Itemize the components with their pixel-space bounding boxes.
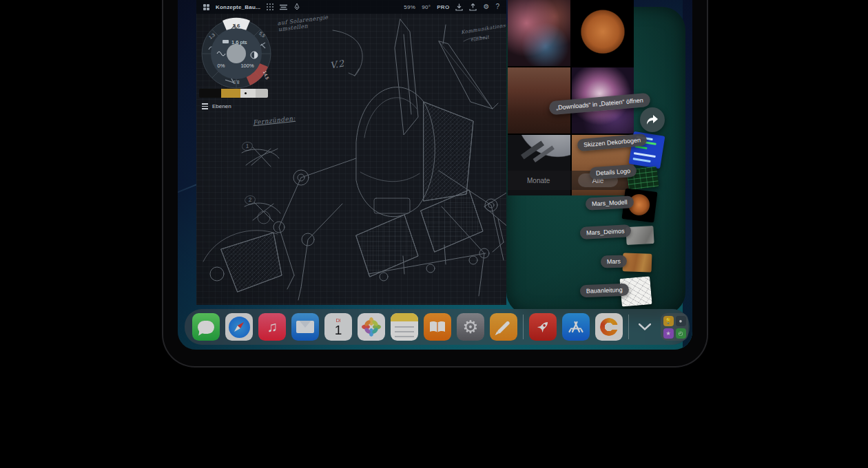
canvas-angle[interactable]: 90°: [422, 4, 431, 10]
dock-icon-calendar[interactable]: Di 1: [324, 313, 352, 341]
ipad-screen: Konzepte_Bau... 59% 90° PRO: [178, 0, 692, 350]
wheel-opacity-min: 0%: [218, 63, 225, 69]
ipad-device: Konzepte_Bau... 59% 90° PRO: [163, 0, 707, 366]
photo-mars-planet[interactable]: [572, 0, 634, 66]
brush-tool-wheel[interactable]: 1,6 1,3 5,5 14,5 8,9: [198, 14, 275, 91]
dock-icon-music[interactable]: ♫: [258, 313, 286, 341]
library-mini-icon-camera: ●: [676, 316, 686, 326]
dock-icon-settings[interactable]: ⚙: [457, 313, 484, 341]
library-mini-icon-purple-star: ★: [663, 328, 674, 339]
calendar-day: 1: [335, 323, 342, 337]
safari-compass-icon: [229, 317, 250, 338]
file-label[interactable]: Mars: [601, 255, 628, 268]
dock-chevron-down-button[interactable]: [634, 313, 655, 341]
rocket-icon: [535, 319, 550, 334]
dock-divider: [523, 315, 524, 339]
pages-pen-icon: [497, 320, 510, 333]
concepts-app-window: Konzepte_Bau... 59% 90° PRO: [196, 0, 506, 305]
share-arrow-icon: [646, 114, 659, 125]
calendar-weekday: Di: [336, 318, 341, 323]
dock-icon-pages[interactable]: [490, 313, 517, 341]
wheel-size-label: 1,6 pts: [231, 39, 247, 45]
file-label[interactable]: Mars_Modell: [586, 195, 634, 211]
photos-tab-months[interactable]: Monate: [527, 177, 550, 184]
chevron-down-icon: [639, 323, 651, 330]
swatch-gold[interactable]: [221, 89, 240, 98]
messages-bubble-icon: [198, 321, 214, 334]
dock-icon-messages[interactable]: [192, 313, 220, 341]
zoom-level[interactable]: 59%: [404, 4, 415, 10]
library-mini-icon-green: ◴: [676, 328, 686, 339]
pro-badge[interactable]: PRO: [437, 4, 449, 10]
lines-tool-icon[interactable]: [280, 4, 287, 10]
dock: ♫ Di 1: [185, 309, 690, 345]
color-swatch-bar[interactable]: [199, 89, 268, 98]
concepts-toolbar: Konzepte_Bau... 59% 90° PRO: [196, 0, 506, 14]
music-note-icon: ♫: [267, 319, 278, 335]
swatch-light-gray-selected[interactable]: [240, 89, 256, 98]
dock-icon-books[interactable]: [424, 313, 451, 341]
dock-icon-notes[interactable]: [391, 313, 418, 341]
wheel-opacity-max: 100%: [240, 63, 254, 69]
dock-icon-concepts[interactable]: [595, 313, 623, 341]
dock-icon-rocket[interactable]: [529, 313, 557, 341]
swatch-black[interactable]: [199, 89, 221, 98]
file-label[interactable]: Mars_Deimos: [580, 224, 631, 240]
document-title[interactable]: Konzepte_Bau...: [216, 4, 260, 10]
dock-icon-app-store[interactable]: [562, 313, 590, 341]
export-share-icon[interactable]: [469, 3, 477, 11]
layers-menu-icon: [202, 103, 208, 109]
books-open-book-icon: [429, 321, 446, 333]
import-icon[interactable]: [455, 3, 463, 11]
settings-gear-glyph: ⚙: [462, 317, 478, 338]
dock-app-library-tile[interactable]: 💡 ● ★ ◴: [661, 313, 688, 341]
dock-divider: [628, 315, 629, 339]
dock-icon-photos[interactable]: [358, 313, 385, 341]
library-mini-icon-yellow: 💡: [663, 316, 674, 326]
mail-envelope-icon: [296, 321, 314, 333]
swatch-gray[interactable]: [256, 89, 268, 98]
concepts-c-swirl-icon: [600, 318, 618, 336]
dock-icon-mail[interactable]: [291, 313, 319, 341]
help-icon[interactable]: ?: [495, 3, 499, 10]
file-thumb-mars[interactable]: [623, 253, 652, 272]
grid-settings-icon[interactable]: [267, 3, 273, 10]
app-menu-icon[interactable]: [203, 4, 209, 10]
layers-button[interactable]: Ebenen: [202, 103, 231, 109]
photo-nebula[interactable]: [508, 0, 570, 66]
pen-nib-icon[interactable]: [293, 3, 300, 10]
settings-gear-icon[interactable]: ⚙: [483, 3, 489, 10]
dock-icon-safari[interactable]: [225, 313, 253, 341]
file-label[interactable]: Bauanleitung: [580, 284, 629, 297]
app-store-a-icon: [568, 319, 584, 334]
photos-flower-icon: [361, 317, 382, 337]
share-forward-button[interactable]: [640, 107, 665, 132]
wheel-seg-89: 8,9: [233, 80, 239, 85]
stage: Konzepte_Bau... 59% 90° PRO: [0, 0, 868, 468]
layers-label: Ebenen: [212, 103, 231, 109]
